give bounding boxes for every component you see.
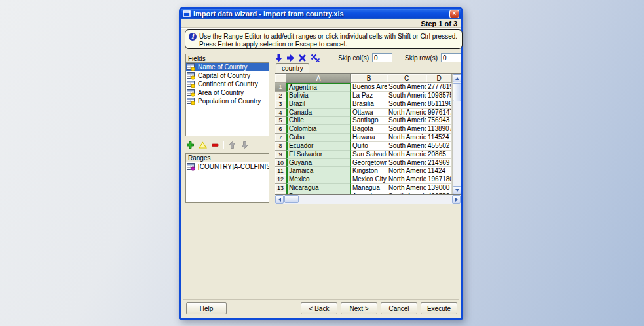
clear-selection-icon[interactable] bbox=[298, 54, 307, 62]
cell-continent[interactable]: South America bbox=[387, 159, 426, 168]
cell-continent[interactable]: South America bbox=[387, 142, 426, 151]
skip-cols-input[interactable] bbox=[372, 53, 392, 62]
row-header[interactable]: 13 bbox=[275, 184, 286, 192]
execute-button[interactable]: Execute bbox=[421, 302, 457, 314]
move-up-icon[interactable] bbox=[228, 141, 237, 149]
cell-area[interactable]: 1967180 bbox=[426, 175, 452, 184]
row-header[interactable]: 4 bbox=[275, 109, 286, 117]
apply-right-icon[interactable] bbox=[286, 54, 295, 62]
row-header[interactable]: 5 bbox=[275, 117, 286, 125]
cell-continent[interactable]: South America bbox=[387, 117, 426, 125]
cell-capital[interactable]: San Salvador bbox=[351, 151, 387, 159]
cell-continent[interactable]: South America bbox=[387, 83, 426, 92]
field-list-item[interactable]: Continent of Country bbox=[186, 80, 269, 88]
cell-capital[interactable]: Havana bbox=[351, 134, 387, 142]
cell-area[interactable]: 214969 bbox=[426, 159, 452, 168]
cell-country-name[interactable]: El Salvador bbox=[286, 151, 351, 159]
scroll-right-icon[interactable] bbox=[452, 195, 461, 204]
row-header[interactable]: 11 bbox=[275, 167, 286, 175]
cell-capital[interactable]: Quito bbox=[351, 142, 387, 151]
column-header-c[interactable]: C bbox=[387, 74, 426, 83]
row-header[interactable]: 6 bbox=[275, 125, 286, 134]
cell-country-name[interactable]: Colombia bbox=[286, 125, 351, 134]
vertical-scrollbar[interactable] bbox=[452, 74, 461, 194]
row-header[interactable]: 8 bbox=[275, 142, 286, 151]
apply-down-icon[interactable] bbox=[275, 54, 283, 62]
horizontal-scrollbar[interactable] bbox=[275, 195, 461, 204]
remove-icon[interactable] bbox=[211, 141, 219, 149]
cell-area[interactable]: 20865 bbox=[426, 151, 452, 159]
cell-capital[interactable]: Ottawa bbox=[351, 109, 387, 117]
column-header-a[interactable]: A bbox=[286, 74, 351, 83]
row-header[interactable]: 1 bbox=[275, 83, 286, 92]
cell-area[interactable]: 455502 bbox=[426, 142, 452, 151]
cell-capital[interactable]: La Paz bbox=[351, 92, 387, 100]
cell-capital[interactable]: Asuncion bbox=[351, 192, 387, 194]
cell-continent[interactable]: North America bbox=[387, 151, 426, 159]
cell-capital[interactable]: Buenos Aires bbox=[351, 83, 387, 92]
cell-capital[interactable]: Kingston bbox=[351, 167, 387, 175]
cell-country-name[interactable]: Chile bbox=[286, 117, 351, 125]
row-header[interactable]: 7 bbox=[275, 134, 286, 142]
cell-area[interactable]: 9976147 bbox=[426, 109, 452, 117]
row-header[interactable]: 3 bbox=[275, 100, 286, 109]
row-header[interactable]: 2 bbox=[275, 92, 286, 100]
cell-capital[interactable]: Bagota bbox=[351, 125, 387, 134]
cell-continent[interactable]: North America bbox=[387, 175, 426, 184]
edit-icon[interactable] bbox=[199, 141, 207, 149]
column-header-b[interactable]: B bbox=[351, 74, 387, 83]
titlebar[interactable]: Import data wizard - Import from country… bbox=[181, 9, 461, 19]
cell-capital[interactable]: Santiago bbox=[351, 117, 387, 125]
cell-country-name[interactable]: Brazil bbox=[286, 100, 351, 109]
cell-continent[interactable]: North America bbox=[387, 109, 426, 117]
range-list-item[interactable]: [COUNTRY]A-COLFINISH; bbox=[186, 162, 269, 171]
cell-area[interactable]: 1138907 bbox=[426, 125, 452, 134]
cell-area[interactable]: 139000 bbox=[426, 184, 452, 192]
corner-cell[interactable] bbox=[275, 74, 286, 83]
cell-country-name[interactable]: Bolivia bbox=[286, 92, 351, 100]
cell-country-name[interactable]: Canada bbox=[286, 109, 351, 117]
skip-rows-input[interactable] bbox=[441, 53, 461, 62]
cell-continent[interactable]: North America bbox=[387, 184, 426, 192]
row-header[interactable]: 12 bbox=[275, 175, 286, 184]
cell-area[interactable]: 756943 bbox=[426, 117, 452, 125]
spreadsheet[interactable]: A B C D 1 Argentina Buenos Aires South A… bbox=[275, 73, 461, 195]
vertical-scroll-thumb[interactable] bbox=[453, 83, 461, 101]
close-icon[interactable]: × bbox=[449, 10, 459, 18]
cell-area[interactable]: 1098575 bbox=[426, 92, 452, 100]
cell-country-name[interactable]: Nicaragua bbox=[286, 184, 351, 192]
cell-area[interactable]: 114524 bbox=[426, 134, 452, 142]
scroll-left-icon[interactable] bbox=[275, 195, 284, 204]
cell-capital[interactable]: Brasilia bbox=[351, 100, 387, 109]
column-header-d[interactable]: D bbox=[426, 74, 452, 83]
cell-country-name[interactable]: Argentina bbox=[286, 83, 351, 92]
field-list-item[interactable]: Population of Country bbox=[186, 97, 269, 105]
next-button[interactable]: Next > bbox=[341, 302, 377, 314]
cell-country-name[interactable]: Guyana bbox=[286, 159, 351, 168]
cell-continent[interactable]: North America bbox=[387, 134, 426, 142]
tab-country[interactable]: country bbox=[276, 63, 309, 73]
clear-all-icon[interactable] bbox=[311, 54, 320, 62]
cell-capital[interactable]: Mexico City bbox=[351, 175, 387, 184]
cell-continent[interactable]: North America bbox=[387, 167, 426, 175]
scroll-down-icon[interactable] bbox=[453, 186, 461, 194]
row-header[interactable]: 9 bbox=[275, 151, 286, 159]
cell-continent[interactable]: South America bbox=[387, 192, 426, 194]
move-down-icon[interactable] bbox=[240, 141, 249, 149]
cell-continent[interactable]: South America bbox=[387, 125, 426, 134]
fields-list[interactable]: Name of Country Capital of Country Conti… bbox=[185, 63, 269, 136]
cell-country-name[interactable]: Mexico bbox=[286, 175, 351, 184]
field-list-item[interactable]: Area of Country bbox=[186, 88, 269, 97]
cell-area[interactable]: 11424 bbox=[426, 167, 452, 175]
field-list-item[interactable]: Name of Country bbox=[186, 63, 269, 71]
cell-country-name[interactable]: Jamaica bbox=[286, 167, 351, 175]
cell-area[interactable]: 2777815 bbox=[426, 83, 452, 92]
horizontal-scroll-thumb[interactable] bbox=[284, 195, 299, 203]
back-button[interactable]: < Back bbox=[301, 302, 337, 314]
ranges-list[interactable]: [COUNTRY]A-COLFINISH; bbox=[185, 162, 269, 203]
row-header[interactable]: 14 bbox=[275, 192, 286, 194]
cell-continent[interactable]: South America bbox=[387, 100, 426, 109]
field-list-item[interactable]: Capital of Country bbox=[186, 71, 269, 80]
add-icon[interactable] bbox=[186, 141, 195, 149]
row-header[interactable]: 10 bbox=[275, 159, 286, 168]
